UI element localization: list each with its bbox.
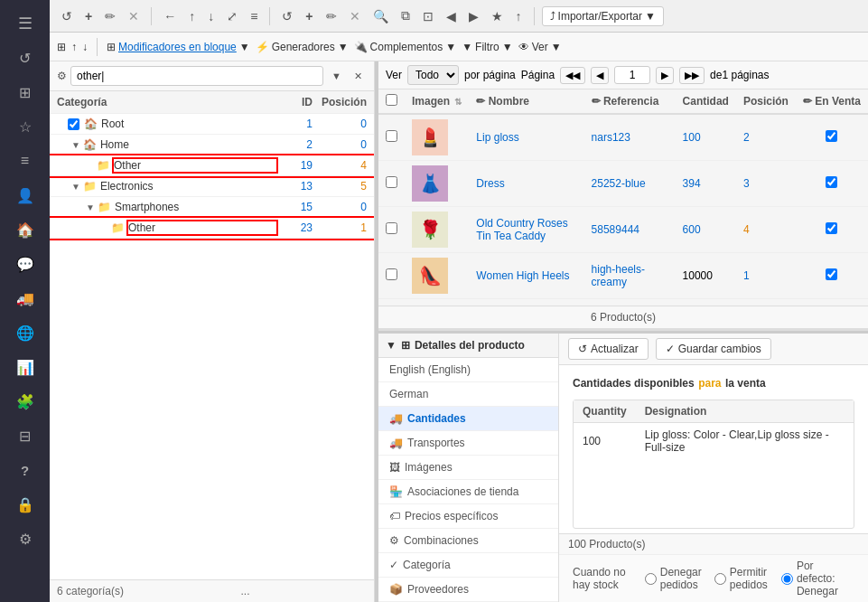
move-up-button[interactable]: ↑	[184, 6, 200, 26]
export-button[interactable]: ↑	[511, 6, 527, 26]
row-checkbox[interactable]	[386, 176, 397, 188]
per-page-select[interactable]: Todo 10 20 50 100	[407, 65, 459, 85]
tree-toggle[interactable]: ▼	[86, 202, 95, 212]
stack-icon[interactable]: ⊟	[7, 419, 43, 452]
view-dropdown[interactable]: 👁 Ver ▼	[518, 41, 562, 53]
edit-button[interactable]: ✏	[100, 6, 120, 26]
tree-item[interactable]: 🏠 Root 1 0	[50, 114, 374, 135]
lock-icon[interactable]: 🔒	[7, 488, 43, 521]
product-reference[interactable]: 58589444	[592, 223, 639, 236]
back-button[interactable]: ←	[159, 6, 181, 26]
row-checkbox[interactable]	[386, 268, 397, 280]
deny-orders-radio[interactable]	[645, 573, 657, 585]
filter-dropdown[interactable]: ▼ Filtro ▼	[462, 41, 512, 53]
page-input[interactable]	[614, 66, 650, 84]
deny-orders-option[interactable]: Denegar pedidos	[645, 566, 705, 591]
product-insale-checkbox[interactable]	[826, 222, 837, 234]
detail-nav-item[interactable]: ✓Categoría	[378, 553, 558, 578]
detail-nav-item[interactable]: 🏪Asociaciones de tienda	[378, 480, 558, 504]
row-checkbox-cell[interactable]	[378, 253, 405, 299]
product-insale-checkbox[interactable]	[826, 176, 837, 188]
refresh-icon[interactable]: ↺	[7, 42, 43, 74]
prev2-button[interactable]: ◀	[442, 6, 461, 26]
search2-button[interactable]: 🔍	[369, 6, 393, 26]
product-reference[interactable]: high-heels-creamy	[592, 263, 645, 288]
clear-filter-icon[interactable]: ✕	[350, 68, 367, 85]
hamburger-icon[interactable]: ☰	[7, 7, 43, 40]
move-down2-button[interactable]: ↓	[82, 41, 88, 53]
product-reference[interactable]: 25252-blue	[592, 177, 646, 190]
tree-checkbox[interactable]	[68, 118, 79, 130]
detail-nav-item[interactable]: German	[378, 382, 558, 407]
tree-item[interactable]: 📁 Other 19 4	[50, 155, 374, 176]
detail-nav-item[interactable]: 🚚Cantidades	[378, 407, 558, 431]
product-reference[interactable]: nars123	[592, 131, 630, 144]
detail-nav-item[interactable]: ⚙Combinaciones	[378, 529, 558, 553]
row-checkbox-cell[interactable]	[378, 114, 405, 161]
move-down-button[interactable]: ↓	[203, 6, 219, 26]
tree-item[interactable]: ▼ 🏠 Home 2 0	[50, 135, 374, 155]
image-header[interactable]: Imagen ⇅	[405, 89, 469, 114]
product-name[interactable]: Lip gloss	[476, 131, 518, 144]
allow-orders-option[interactable]: Permitir pedidos	[714, 566, 772, 591]
row-checkbox[interactable]	[386, 130, 397, 142]
generators-dropdown[interactable]: ⚡ Generadores ▼	[256, 41, 349, 53]
question-icon[interactable]: ?	[7, 454, 43, 486]
menu-button[interactable]: ≡	[246, 6, 262, 26]
product-insale-cell[interactable]	[796, 161, 868, 207]
detail-nav-item[interactable]: 🖼Imágenes	[378, 456, 558, 480]
product-name[interactable]: Women High Heels	[476, 269, 569, 282]
copy2-button[interactable]: ⧉	[397, 5, 415, 26]
bulk-modifiers-dropdown[interactable]: ⊞ Modificadores en bloque ▼	[107, 41, 250, 53]
tree-item[interactable]: 📁 Other 23 1	[50, 218, 374, 239]
delete-button[interactable]: ✕	[124, 6, 144, 26]
tree-item[interactable]: ▼ 📁 Smartphones 15 0	[50, 197, 374, 218]
row-checkbox-cell[interactable]	[378, 207, 405, 253]
next-page-button[interactable]: ▶	[656, 67, 674, 84]
bulk-sort-button[interactable]: ⊞	[57, 41, 66, 53]
orders-icon[interactable]: ≡	[7, 145, 43, 177]
quantity-header[interactable]: Cantidad	[676, 89, 736, 114]
table-row[interactable]: 👠 Women High Heels high-heels-creamy 100…	[378, 253, 868, 299]
detail-nav-item[interactable]: 📦Proveedores	[378, 578, 558, 602]
default-deny-radio[interactable]	[781, 573, 793, 585]
detail-nav-item[interactable]: 🚚Transportes	[378, 431, 558, 456]
tree-toggle[interactable]: ▼	[71, 140, 80, 150]
refresh-button[interactable]: ↺	[57, 6, 77, 26]
person-icon[interactable]: 👤	[7, 179, 43, 212]
select-all-header[interactable]	[378, 89, 405, 114]
truck-icon[interactable]: 🚚	[7, 282, 43, 315]
product-insale-cell[interactable]	[796, 253, 868, 299]
product-insale-checkbox[interactable]	[826, 130, 837, 142]
product-name[interactable]: Dress	[476, 177, 504, 190]
collapse-icon[interactable]: ▼	[386, 339, 397, 352]
move-up2-button[interactable]: ↑	[71, 41, 77, 53]
chat-icon[interactable]: 💬	[7, 248, 43, 280]
insale-header[interactable]: ✏ En Venta	[796, 89, 868, 114]
table-row[interactable]: 🌹 Old Country Roses Tin Tea Caddy 585894…	[378, 207, 868, 253]
row-checkbox-cell[interactable]	[378, 161, 405, 207]
expand-button[interactable]: ⤢	[222, 6, 242, 26]
last-page-button[interactable]: ▶▶	[679, 67, 705, 84]
product-insale-checkbox[interactable]	[826, 268, 837, 280]
product-insale-cell[interactable]	[796, 114, 868, 161]
addons-dropdown[interactable]: 🔌 Complementos ▼	[354, 41, 457, 53]
star2-button[interactable]: ★	[487, 6, 508, 26]
save-changes-button[interactable]: ✓ Guardar cambios	[656, 338, 771, 360]
filter-icon[interactable]: ▼	[327, 68, 346, 84]
view2-button[interactable]: ⊡	[418, 6, 438, 26]
add-button[interactable]: +	[80, 6, 97, 26]
category-search-input[interactable]	[70, 66, 323, 86]
next2-button[interactable]: ▶	[464, 6, 483, 26]
name-header[interactable]: ✏ Nombre	[469, 89, 583, 114]
add2-button[interactable]: +	[301, 6, 317, 26]
product-insale-cell[interactable]	[796, 207, 868, 253]
table-row[interactable]: 👗 Dress 25252-blue 394 3	[378, 161, 868, 207]
allow-orders-radio[interactable]	[714, 573, 726, 585]
position-header[interactable]: Posición	[736, 89, 796, 114]
tree-toggle[interactable]: ▼	[71, 182, 80, 192]
dashboard-icon[interactable]: ⊞	[7, 76, 43, 108]
select-all-checkbox[interactable]	[386, 94, 397, 106]
globe-icon[interactable]: 🌐	[7, 316, 43, 349]
edit2-button[interactable]: ✏	[322, 6, 341, 26]
